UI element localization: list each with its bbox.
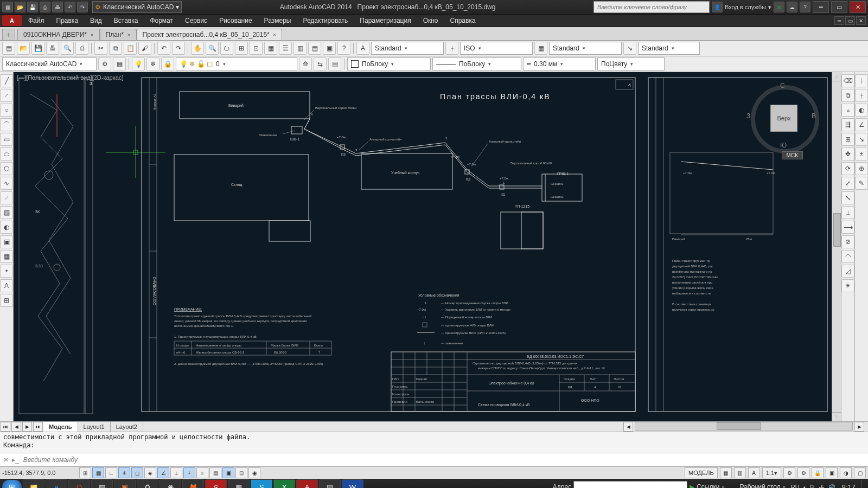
prev-layout-button[interactable]: ◀ [11, 422, 21, 432]
command-input[interactable] [22, 455, 865, 464]
drawing-canvas[interactable]: 3 3K 3.33 СОГЛАСОВАНО [14, 72, 841, 419]
redo-icon[interactable]: ↷ [77, 2, 88, 12]
ellipse-icon[interactable]: ⬭ [0, 147, 13, 160]
cut-icon[interactable]: ✂ [94, 42, 107, 55]
undo-icon[interactable]: ↶ [157, 42, 170, 55]
sheet-icon[interactable]: ▤ [308, 42, 321, 55]
spline-icon[interactable]: ∿ [0, 177, 13, 190]
stretch-icon[interactable]: ⤡ [841, 191, 854, 204]
trim-icon[interactable]: ⟂ [841, 206, 854, 219]
redo-icon[interactable]: ↷ [172, 42, 185, 55]
hscroll-left[interactable]: ◀ [623, 422, 633, 432]
tray-flag-icon[interactable]: 🏳 [809, 484, 815, 488]
zoom-icon[interactable]: 🔍 [206, 42, 219, 55]
close-icon[interactable]: × [127, 31, 130, 38]
address-go-icon[interactable]: ▶ [690, 483, 694, 488]
open-icon[interactable]: 📂 [15, 2, 25, 12]
taskbar-opera-icon[interactable]: O [68, 479, 90, 488]
xline-icon[interactable]: ⟋ [0, 191, 13, 204]
taskbar-app1-icon[interactable]: ▥ [91, 479, 113, 488]
new-icon[interactable]: ▦ [2, 2, 13, 12]
mleaderstyle-combo[interactable]: Standard▾ [638, 42, 700, 55]
quickview-layout-icon[interactable]: ▦ [720, 467, 732, 478]
cmd-close-icon[interactable]: ✕ [3, 456, 9, 464]
taskbar-autocad-icon[interactable]: A [296, 479, 318, 488]
menu-file[interactable]: Файл [23, 16, 50, 25]
polar-toggle[interactable]: ✳ [118, 467, 130, 478]
show-desktop-button[interactable]: Рабочий стол [739, 483, 780, 488]
zoomext-icon[interactable]: ⊡ [250, 42, 263, 55]
block-icon[interactable]: ⊞ [0, 294, 13, 307]
workspace-combo-2[interactable]: Классический AutoCAD▾ [2, 57, 97, 70]
tpy-toggle[interactable]: ▤ [209, 467, 221, 478]
taskbar-pdf-icon[interactable]: ⎘ [205, 479, 227, 488]
3dosnap-toggle[interactable]: ◈ [144, 467, 156, 478]
menu-view[interactable]: Вид [85, 16, 107, 25]
tablestyle-icon[interactable]: ▦ [534, 42, 547, 55]
paste-icon[interactable]: 📋 [124, 42, 137, 55]
qp-toggle[interactable]: ▣ [222, 467, 234, 478]
copy-icon[interactable]: ⧉ [841, 89, 854, 102]
open-icon[interactable]: 📂 [17, 42, 30, 55]
publish-icon[interactable]: ⎙ [75, 42, 88, 55]
explode-icon[interactable]: ✴ [841, 279, 854, 292]
circle-icon[interactable]: ○ [0, 104, 13, 117]
menu-draw[interactable]: Рисование [214, 16, 257, 25]
snap-toggle[interactable]: ⊞ [79, 467, 91, 478]
taskbar-ie-icon[interactable]: e [46, 479, 67, 488]
menu-dim[interactable]: Размеры [259, 16, 297, 25]
tolerance-icon[interactable]: ± [855, 147, 868, 160]
color-combo[interactable]: ПоБлоку▾ [347, 57, 431, 70]
hatch-icon[interactable]: ▨ [0, 206, 13, 219]
zoomwin-icon[interactable]: ⊞ [235, 42, 248, 55]
dim-angle-icon[interactable]: ∠ [855, 118, 868, 131]
layer-combo[interactable]: 💡 ❄ 🔓 ▢ 0▾ [176, 57, 297, 70]
mdi-minimize-button[interactable]: ━ [834, 16, 844, 25]
vertical-scrollbar[interactable]: ▲ ▼ [832, 72, 841, 421]
model-tab[interactable]: Модель [43, 422, 78, 432]
dim-radius-icon[interactable]: ◐ [855, 104, 868, 117]
erase-icon[interactable]: ⌫ [841, 74, 854, 87]
taskbar-calc-icon[interactable]: ▦ [228, 479, 250, 488]
annovis-icon[interactable]: ⚙ [783, 467, 795, 478]
mleader-icon[interactable]: ↘ [623, 42, 636, 55]
pline-icon[interactable]: ⟋ [0, 89, 13, 102]
menu-help[interactable]: Справка [445, 16, 481, 25]
close-icon[interactable]: × [273, 31, 276, 38]
taskbar-notepad-icon[interactable]: ▤ [319, 479, 341, 488]
hardware-accel-icon[interactable]: ▣ [826, 467, 838, 478]
plotstyle-combo[interactable]: ПоЦвету▾ [597, 57, 665, 70]
isolate-icon[interactable]: ◑ [840, 467, 852, 478]
menu-insert[interactable]: Вставка [108, 16, 144, 25]
otrack-toggle[interactable]: ∠ [157, 467, 169, 478]
scale-icon[interactable]: ⤢ [841, 177, 854, 190]
taskbar-foxit-icon[interactable]: ▣ [114, 479, 136, 488]
signin-link[interactable]: Вход в службы▾ [725, 4, 771, 11]
app-menu-button[interactable]: A [2, 15, 22, 26]
layer-lock-icon[interactable]: 🔒 [161, 57, 174, 70]
menu-tools[interactable]: Сервис [180, 16, 213, 25]
chamfer-icon[interactable]: ◿ [841, 265, 854, 278]
minimize-button[interactable]: ━ [813, 1, 829, 13]
layerstate-icon[interactable]: ▤ [328, 57, 341, 70]
taskbar-chrome-icon[interactable]: ◉ [159, 479, 181, 488]
save-icon[interactable]: 💾 [27, 2, 38, 12]
next-layout-button[interactable]: ▶ [22, 422, 32, 432]
help-icon[interactable]: ? [800, 2, 810, 12]
menu-window[interactable]: Окно [418, 16, 444, 25]
table-icon[interactable]: ▦ [0, 250, 13, 263]
am-toggle[interactable]: ◉ [248, 467, 260, 478]
tool-icon[interactable]: ▥ [293, 42, 307, 55]
saveas-icon[interactable]: ⎙ [40, 2, 50, 12]
sc-toggle[interactable]: ⊡ [235, 467, 247, 478]
save-icon[interactable]: 💾 [31, 42, 44, 55]
quickview-dwg-icon[interactable]: ▥ [734, 467, 746, 478]
ducs-toggle[interactable]: ⟂ [170, 467, 182, 478]
search-input[interactable]: Введите ключевое слово/фразу [593, 1, 710, 13]
line-icon[interactable]: ╱ [0, 74, 13, 87]
file-tab-2[interactable]: Проект электроснаб...0,4 кВ_05_10_2015* … [137, 29, 283, 40]
grid-toggle[interactable]: ▦ [92, 467, 104, 478]
language-indicator[interactable]: RU [791, 484, 800, 488]
match-icon[interactable]: 🖌 [138, 42, 151, 55]
undo-icon[interactable]: ↶ [65, 2, 75, 12]
